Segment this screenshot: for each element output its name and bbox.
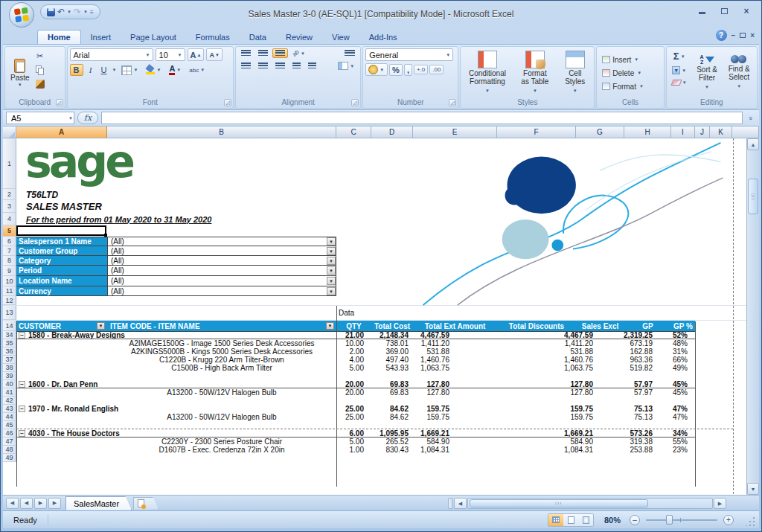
row-header[interactable]: 9 [3,266,16,276]
name-box[interactable]: A5▼ [6,112,74,124]
align-right-button[interactable] [272,61,288,71]
header-sales-excl[interactable]: Sales Excl [576,321,624,331]
collapse-icon[interactable]: − [19,430,25,437]
last-sheet-button[interactable]: ▶ [48,498,61,509]
item-name-cell[interactable]: C2230Y - 2300 Series Posture Chair [107,438,336,446]
page-break-view-button[interactable] [578,514,593,526]
item-name-cell[interactable]: D1607B - Exec. Credenza 72in X 20in [107,446,336,454]
sales-excl-cell[interactable]: 531.88 [530,347,593,356]
gp-cell[interactable]: 519.82 [601,364,653,372]
gp-pct-cell[interactable]: 45% [653,380,688,388]
filter-dropdown-icon[interactable]: ▼ [327,266,336,275]
gp-cell[interactable]: 319.38 [601,438,653,446]
header-gp[interactable]: GP [624,321,671,331]
gp-pct-cell[interactable]: 48% [653,339,688,347]
gp-cell[interactable]: 253.88 [601,446,653,454]
horizontal-scroll-thumb[interactable] [470,499,648,507]
scroll-down-button[interactable]: ▼ [747,483,759,495]
tab-formulas[interactable]: Formulas [186,31,240,44]
total-ext-cell[interactable]: 1,669.21 [388,429,449,438]
number-dialog-launcher[interactable]: ◿ [449,99,456,106]
help-button[interactable]: ? [716,30,727,41]
increase-decimal-button[interactable]: +.0 [414,65,428,74]
total-ext-cell[interactable]: 1,063.75 [388,364,449,372]
qty-cell[interactable]: 4.00 [333,356,364,364]
qty-cell[interactable]: 10.00 [333,339,364,347]
gp-pct-cell[interactable]: 45% [653,388,688,397]
customer-group-cell[interactable]: −1970 - Mr. Ronald English [19,405,339,413]
sales-excl-cell[interactable]: 1,669.21 [530,429,593,438]
conditional-formatting-button[interactable]: ConditionalFormatting ▼ [463,48,511,97]
font-name-combo[interactable]: Arial▼ [70,48,153,61]
percent-style-button[interactable]: % [389,64,403,76]
undo-dropdown-icon[interactable]: ▼ [67,10,71,14]
tab-split-handle[interactable] [448,498,453,509]
undo-icon[interactable]: ↶ [57,6,65,18]
column-header-G[interactable]: G [576,126,624,138]
row-header[interactable]: 6 [3,237,16,246]
qty-cell[interactable]: 25.00 [333,413,364,421]
column-header-F[interactable]: F [497,126,576,138]
gp-pct-cell[interactable]: 52% [653,331,688,339]
gp-cell[interactable]: 75.13 [601,413,653,421]
header-gp-pct[interactable]: GP % [671,321,695,331]
row-header[interactable]: 2 [3,189,16,200]
sales-excl-cell[interactable]: 584.90 [530,438,593,446]
item-name-cell[interactable]: A2KINGS5000B - Kings 5000 Series Desk Ac… [107,347,336,356]
sales-excl-cell[interactable]: 4,467.59 [530,331,593,339]
scroll-up-button[interactable]: ▲ [747,138,759,150]
row-header[interactable]: 13 [3,306,16,320]
row-header[interactable]: 42 [3,397,16,405]
column-header-H[interactable]: H [624,126,671,138]
middle-align-button[interactable] [255,48,271,58]
insert-function-button[interactable]: fx [77,112,98,124]
delete-cells-button[interactable]: Delete▼ [599,68,661,79]
top-align-button[interactable] [238,48,254,58]
column-header-E[interactable]: E [413,126,497,138]
customer-group-cell[interactable]: −1580 - Break-Away Designs [19,331,339,339]
close-button[interactable]: × [737,5,756,16]
page-layout-view-button[interactable] [563,514,578,526]
normal-view-button[interactable] [548,514,563,526]
column-header-J[interactable]: J [695,126,710,138]
row-header-selected[interactable]: 5 [3,225,16,237]
sales-excl-cell[interactable]: 159.75 [530,413,593,421]
item-filter-icon[interactable]: ▼ [326,322,334,330]
qty-cell[interactable]: 5.00 [333,438,364,446]
row-header[interactable]: 39 [3,372,16,380]
filter-dropdown-icon[interactable]: ▼ [327,247,336,255]
font-dialog-launcher[interactable]: ◿ [224,99,231,106]
select-all-corner[interactable] [3,126,16,138]
customize-qat-icon[interactable]: ≡ [90,9,94,16]
qty-cell[interactable]: 20.00 [333,380,364,388]
data-area-label[interactable]: Data [339,306,354,320]
gp-pct-cell[interactable]: 34% [653,429,688,438]
first-sheet-button[interactable]: ◀ [6,498,19,509]
header-total-discounts[interactable]: Total Discounts [497,321,576,331]
collapse-icon[interactable]: − [19,406,25,412]
row-header[interactable]: 35 [3,339,16,347]
bottom-align-button[interactable] [272,48,288,58]
merge-center-button[interactable]: ▼ [335,60,358,71]
minimize-button[interactable] [692,5,711,16]
gp-pct-cell[interactable]: 55% [653,438,688,446]
qty-cell[interactable]: 21.00 [333,331,364,339]
row-header[interactable]: 3 [3,200,16,213]
align-center-button[interactable] [255,61,271,71]
row-header[interactable]: 41 [3,388,16,397]
collapse-icon[interactable]: − [19,381,25,388]
sort-filter-button[interactable]: AZ Sort &Filter ▼ [694,48,721,97]
gp-cell[interactable]: 673.19 [601,339,653,347]
underline-button[interactable]: U [98,64,110,76]
total-ext-cell[interactable]: 127.80 [388,388,449,397]
qty-cell[interactable]: 1.00 [333,446,364,454]
gp-cell[interactable]: 75.13 [601,405,653,413]
zoom-in-button[interactable]: + [723,515,734,525]
formula-input[interactable] [101,112,743,124]
vertical-scroll-thumb[interactable] [748,179,758,214]
filter-value[interactable]: (All) [107,286,336,296]
filter-value[interactable]: (All) [107,256,336,266]
header-item[interactable]: ITEM CODE - ITEM NAME [110,321,200,331]
prev-sheet-button[interactable]: ◀ [20,498,33,509]
tab-review[interactable]: Review [276,31,322,44]
